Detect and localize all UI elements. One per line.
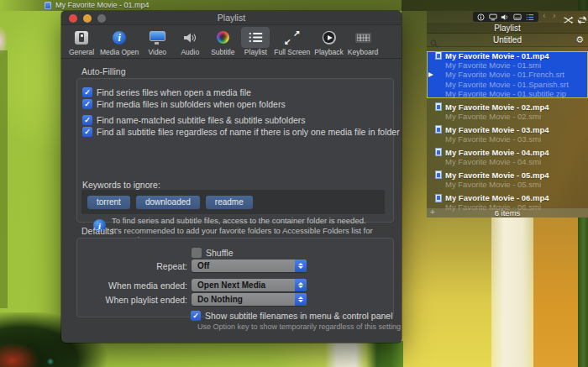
checkbox-row-find-media-subfolders[interactable]: Find media files in subfolders when open… bbox=[82, 99, 286, 109]
playlist-panel-title[interactable]: Playlist bbox=[427, 23, 588, 34]
auto-filling-section-title: Auto-Filling bbox=[81, 66, 126, 76]
toolbar-item-keyboard[interactable]: Keyboard bbox=[348, 27, 378, 56]
playlist-item[interactable]: My Favorite Movie - 06.mp4 bbox=[427, 193, 588, 202]
option-key-note: Use Option key to show temporarily regar… bbox=[197, 322, 401, 331]
preferences-content: Auto-Filling Find series files when open… bbox=[61, 60, 402, 343]
playlist-item-label: My Favorite Movie - 05.mp4 bbox=[445, 170, 549, 180]
checkbox-row-find-series[interactable]: Find series files when open a media file bbox=[82, 87, 251, 97]
keywords-to-ignore-label: Keywords to ignore: bbox=[82, 180, 160, 190]
media-file-icon bbox=[435, 194, 442, 202]
playlist-name: Untitled bbox=[427, 35, 588, 45]
keyword-tag[interactable]: downloaded bbox=[136, 196, 200, 209]
playlist-item[interactable]: My Favorite Movie - 01.subtitle.zip bbox=[427, 89, 588, 98]
toolbar-item-full-screen[interactable]: ↗↙ Full Screen bbox=[274, 27, 310, 56]
playlist-footer-bar: + 6 items bbox=[427, 207, 588, 218]
shuffle-label: Shuffle bbox=[206, 248, 234, 258]
when-media-ended-dropdown[interactable]: Open Next Media bbox=[192, 279, 307, 291]
when-media-ended-label: When media ended: bbox=[76, 280, 187, 291]
info-line-1: To find series and subtitle files, acces… bbox=[112, 216, 402, 226]
playlist-item[interactable]: My Favorite Movie - 02.smi bbox=[427, 112, 588, 121]
toolbar-item-subtitle[interactable]: Subtitle bbox=[208, 27, 237, 56]
stepper-icon bbox=[295, 260, 307, 272]
preferences-titlebar[interactable]: Playlist bbox=[61, 11, 402, 25]
playlist-item[interactable]: My Favorite Movie - 02.mp4 bbox=[427, 102, 588, 111]
movie-file-icon bbox=[45, 2, 51, 9]
playlist-item[interactable]: My Favorite Movie - 04.smi bbox=[427, 157, 588, 166]
screen: My Favorite Movie - 01.mp4 Playlist Gene… bbox=[0, 0, 588, 367]
checkbox-label: Find series files when open a media file bbox=[97, 87, 251, 97]
playlist-toggle-icon[interactable] bbox=[526, 13, 534, 21]
subtitle-icon bbox=[217, 31, 229, 44]
playlist-name-bar[interactable]: Untitled ⚙ bbox=[427, 34, 588, 47]
playlist-item-label: My Favorite Movie - 01.French.srt bbox=[445, 70, 564, 79]
toolbar-item-audio[interactable]: Audio bbox=[176, 27, 204, 56]
playback-icon bbox=[323, 31, 336, 45]
checkbox-row-find-all-subtitles[interactable]: Find all subtitle files regardless of na… bbox=[82, 127, 400, 137]
playlist-item[interactable]: My Favorite Movie - 01.mp4 bbox=[427, 51, 588, 60]
checkbox[interactable] bbox=[192, 248, 202, 258]
playlist-item-label: My Favorite Movie - 02.mp4 bbox=[445, 102, 549, 112]
toolbar-item-video[interactable]: Video bbox=[143, 27, 171, 56]
playlist-item-label: My Favorite Movie - 01.smi bbox=[445, 60, 541, 70]
checkbox[interactable] bbox=[191, 311, 201, 321]
media-file-icon bbox=[435, 51, 442, 60]
display-toggle-icon[interactable] bbox=[489, 13, 497, 21]
playlist-item[interactable]: My Favorite Movie - 05.mp4 bbox=[427, 170, 588, 180]
toolbar-label: Video bbox=[149, 48, 167, 56]
checkbox[interactable] bbox=[82, 87, 92, 97]
gear-icon[interactable]: ⚙ bbox=[575, 34, 584, 45]
playlist-item-label: My Favorite Movie - 01.mp4 bbox=[445, 51, 549, 60]
keywords-box[interactable]: torrent downloaded readme bbox=[81, 190, 385, 214]
checkbox[interactable] bbox=[82, 115, 92, 125]
playlist-item-label: My Favorite Movie - 02.smi bbox=[445, 112, 541, 121]
playlist-item[interactable]: My Favorite Movie - 03.mp4 bbox=[427, 125, 588, 134]
playlist-item-label: My Favorite Movie - 03.smi bbox=[445, 134, 541, 144]
panel-toggle-bar bbox=[473, 12, 538, 22]
show-subtitle-filenames-row[interactable]: Show subtitle filenames in menu & contro… bbox=[191, 311, 393, 321]
keyword-tag[interactable]: torrent bbox=[87, 196, 130, 209]
previous-chevron-icon[interactable]: ‹ bbox=[543, 10, 546, 20]
toolbar-item-media-open[interactable]: i Media Open bbox=[100, 27, 139, 56]
checkbox-row-find-name-matched[interactable]: Find name-matched subtitle files & subti… bbox=[82, 115, 306, 125]
repeat-dropdown[interactable]: Off bbox=[192, 260, 307, 272]
playlist-item-label: My Favorite Movie - 04.smi bbox=[445, 157, 541, 166]
media-file-icon bbox=[435, 102, 442, 111]
playlist-item-label: My Favorite Movie - 01.subtitle.zip bbox=[445, 89, 566, 98]
video-bottom-streaks bbox=[326, 341, 403, 367]
media-open-icon: i bbox=[113, 31, 126, 45]
playlist-item[interactable]: My Favorite Movie - 01.smi bbox=[427, 60, 588, 70]
checkbox-label: Find name-matched subtitle files & subti… bbox=[97, 115, 306, 125]
info-toggle-icon[interactable] bbox=[477, 13, 485, 21]
playlist-item-label: My Favorite Movie - 01.Spanish.srt bbox=[445, 80, 569, 89]
playlist-item[interactable]: My Favorite Movie - 01.Spanish.srt bbox=[427, 79, 588, 88]
playlist-item[interactable]: My Favorite Movie - 04.mp4 bbox=[427, 148, 588, 157]
toolbar-item-general[interactable]: General bbox=[67, 27, 96, 56]
checkbox[interactable] bbox=[82, 127, 92, 137]
playlist-item[interactable]: My Favorite Movie - 05.smi bbox=[427, 180, 588, 189]
checkbox-label: Find media files in subfolders when open… bbox=[97, 99, 286, 109]
toolbar-item-playlist[interactable]: Playlist bbox=[241, 27, 270, 56]
toolbar-label: Audio bbox=[181, 48, 199, 56]
playlist-item[interactable]: My Favorite Movie - 03.smi bbox=[427, 134, 588, 144]
when-playlist-ended-value: Do Nothing bbox=[192, 295, 295, 304]
playlist-icon bbox=[249, 32, 263, 43]
checkbox[interactable] bbox=[82, 99, 92, 109]
volume-toggle-icon[interactable] bbox=[501, 13, 509, 21]
when-playlist-ended-dropdown[interactable]: Do Nothing bbox=[192, 293, 307, 306]
repeat-label: Repeat: bbox=[76, 261, 187, 271]
shuffle-checkbox-row[interactable]: Shuffle bbox=[192, 248, 234, 258]
general-icon bbox=[75, 31, 88, 45]
video-left-edge bbox=[0, 50, 8, 308]
repeat-value: Off bbox=[192, 261, 295, 270]
movie-window-titlebar[interactable]: My Favorite Movie - 01.mp4 bbox=[0, 0, 588, 11]
playlist-item[interactable]: My Favorite Movie - 01.French.srt bbox=[427, 70, 588, 79]
toolbar-item-playback[interactable]: Playback bbox=[314, 27, 344, 56]
subtitle-panel-toggle-icon[interactable] bbox=[513, 13, 522, 21]
full-screen-icon: ↗↙ bbox=[285, 31, 299, 45]
preferences-toolbar: General i Media Open Video Audio Subtitl… bbox=[61, 25, 402, 59]
when-playlist-ended-label: When playlist ended: bbox=[76, 295, 187, 305]
next-chevron-icon[interactable]: › bbox=[553, 10, 556, 20]
toolbar-label: Playback bbox=[314, 48, 344, 56]
keyword-tag[interactable]: readme bbox=[206, 196, 253, 209]
stepper-icon bbox=[295, 279, 307, 291]
